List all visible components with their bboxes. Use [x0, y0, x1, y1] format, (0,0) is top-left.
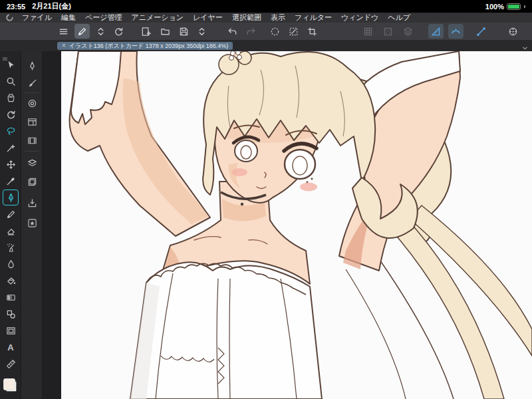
menu-item-file[interactable]: ファイル — [22, 13, 52, 23]
ruler-tool[interactable] — [3, 356, 19, 372]
brush-settings-dock-button[interactable] — [24, 75, 40, 91]
quick-access-dial-icon — [508, 27, 518, 37]
undo-button[interactable] — [225, 24, 240, 39]
menu-item-selection[interactable]: 選択範囲 — [232, 13, 261, 23]
rotate-canvas-icon — [6, 110, 16, 120]
collapse-icon — [96, 27, 106, 37]
menu-item-view[interactable]: 表示 — [271, 13, 285, 23]
move-icon — [6, 160, 16, 170]
paint-bucket-icon — [6, 276, 16, 286]
toolbar-grip-icon[interactable] — [2, 52, 8, 57]
star-box-icon — [27, 218, 37, 228]
save-file-button[interactable] — [176, 24, 192, 39]
tab-close-icon[interactable]: × — [62, 43, 66, 49]
canvas-margin — [43, 51, 61, 399]
pen-tool[interactable] — [3, 190, 19, 205]
snap-linear-ruler-button[interactable] — [428, 24, 444, 39]
menu-item-animation[interactable]: アニメーション — [132, 13, 184, 23]
open-file-button[interactable] — [158, 24, 173, 39]
status-time: 23:55 — [7, 3, 25, 11]
pencil-tool[interactable] — [3, 206, 19, 222]
new-canvas-icon — [141, 27, 151, 37]
menu-item-layer[interactable]: レイヤー — [193, 13, 223, 23]
figure-tool[interactable] — [3, 306, 19, 322]
hand-tool[interactable] — [3, 90, 19, 106]
eraser-icon — [6, 226, 16, 236]
vector-snap-icon — [476, 27, 486, 37]
blend-tool[interactable] — [3, 256, 19, 272]
eraser-tool[interactable] — [3, 223, 19, 239]
figure-icon — [6, 309, 16, 319]
menu-bar: ファイル 編集 ページ管理 アニメーション レイヤー 選択範囲 表示 フィルター… — [0, 13, 532, 23]
layers-icon — [27, 177, 37, 187]
eyedropper-tool[interactable] — [3, 173, 19, 189]
layers-dock-button[interactable] — [24, 174, 40, 190]
battery-tip — [524, 5, 525, 8]
collapse-toggle-button[interactable] — [93, 24, 108, 39]
navigator-icon — [27, 117, 37, 127]
edit-pencil-icon — [77, 27, 87, 37]
document-tab[interactable]: × イラスト136 (ポストカード 1378 x 2039px 350dpi 1… — [57, 42, 233, 50]
rotate-reset-icon — [114, 27, 124, 37]
snap-special-ruler-button[interactable] — [448, 24, 464, 39]
vector-snap-button[interactable] — [473, 24, 489, 39]
airbrush-tool[interactable] — [3, 239, 19, 255]
panel-toggle-button[interactable] — [194, 24, 209, 39]
snap-linear-ruler-icon — [431, 27, 441, 37]
command-bar — [0, 23, 532, 41]
hand-icon — [6, 93, 16, 103]
screentone-button[interactable] — [380, 24, 396, 39]
crop-icon — [307, 27, 317, 37]
selection-launcher-button[interactable] — [267, 24, 283, 39]
battery-indicator: 100% — [485, 3, 525, 11]
menu-item-edit[interactable]: 編集 — [61, 13, 76, 23]
main-color-swatch[interactable] — [3, 378, 15, 390]
favorites-dock-button[interactable] — [24, 215, 40, 231]
tab-bar-chevron-icon[interactable] — [521, 43, 529, 50]
material-button[interactable] — [400, 24, 416, 39]
move-layer-tool[interactable] — [3, 156, 19, 172]
ruler-icon — [6, 359, 16, 369]
import-dock-button[interactable] — [24, 195, 40, 211]
current-color-swatch[interactable] — [3, 378, 17, 392]
menu-item-filter[interactable]: フィルター — [295, 13, 332, 23]
app-logo-icon[interactable] — [5, 13, 14, 22]
gradient-tool[interactable] — [3, 289, 19, 305]
text-tool-icon: A — [7, 343, 13, 352]
grid-button[interactable] — [360, 24, 376, 39]
status-date: 2月21日(金) — [32, 1, 71, 11]
menu-item-help[interactable]: ヘルプ — [388, 13, 410, 23]
quick-access-dial-button[interactable] — [505, 24, 521, 39]
crop-mark-button[interactable] — [305, 24, 320, 39]
deselect-button[interactable] — [286, 24, 301, 39]
text-tool[interactable]: A — [3, 339, 19, 355]
rotate-reset-button[interactable] — [111, 24, 126, 39]
lasso-select-tool[interactable] — [3, 123, 19, 139]
layer-property-dock-button[interactable] — [24, 155, 40, 171]
frame-icon — [6, 326, 16, 336]
rotate-canvas-tool[interactable] — [3, 106, 19, 122]
frame-border-tool[interactable] — [3, 323, 19, 338]
sub-tool-dock-button[interactable] — [24, 58, 40, 74]
screentone-icon — [383, 27, 393, 37]
tool-bar: A — [0, 51, 21, 399]
operation-tool[interactable] — [3, 57, 19, 72]
import-icon — [27, 198, 37, 208]
new-canvas-button[interactable] — [138, 24, 154, 39]
navigator-dock-button[interactable] — [24, 114, 40, 130]
timeline-dock-button[interactable] — [24, 132, 40, 148]
zoom-tool[interactable] — [3, 73, 19, 89]
lasso-icon — [6, 126, 16, 136]
auto-select-tool[interactable] — [3, 140, 19, 156]
color-wheel-dock-button[interactable] — [24, 95, 40, 111]
menu-button[interactable] — [56, 24, 71, 39]
menu-item-window[interactable]: ウィンドウ — [341, 13, 378, 23]
menu-icon — [59, 27, 68, 37]
workspace-edit-button[interactable] — [74, 24, 90, 39]
fill-tool[interactable] — [3, 273, 19, 289]
menu-item-page-manage[interactable]: ページ管理 — [85, 13, 122, 23]
redo-button[interactable] — [243, 24, 259, 39]
deselect-icon — [289, 27, 299, 37]
film-strip-icon — [27, 136, 37, 146]
canvas[interactable] — [61, 51, 532, 399]
